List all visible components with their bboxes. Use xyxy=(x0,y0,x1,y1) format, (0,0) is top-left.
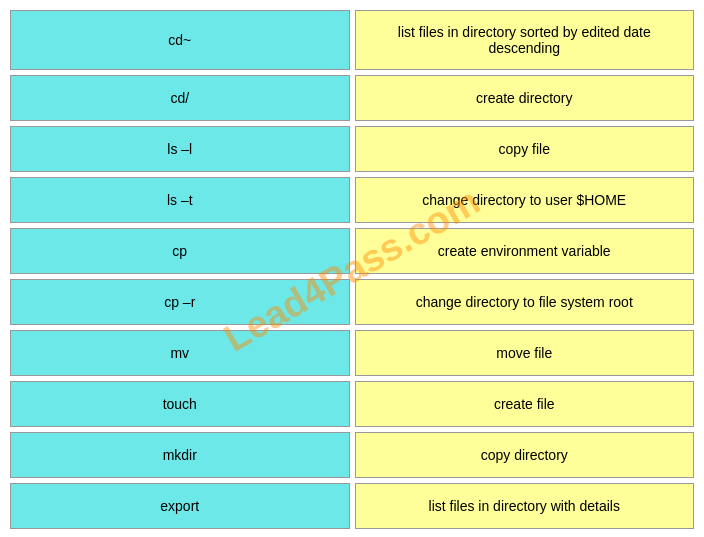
description-cell: move file xyxy=(355,330,695,376)
command-cell: mkdir xyxy=(10,432,350,478)
description-cell: list files in directory with details xyxy=(355,483,695,529)
description-cell: change directory to user $HOME xyxy=(355,177,695,223)
command-cell: ls –t xyxy=(10,177,350,223)
command-cell: mv xyxy=(10,330,350,376)
command-cell: ls –l xyxy=(10,126,350,172)
command-cell: cd~ xyxy=(10,10,350,70)
description-cell: create environment variable xyxy=(355,228,695,274)
command-cell: touch xyxy=(10,381,350,427)
description-cell: change directory to file system root xyxy=(355,279,695,325)
description-cell: create file xyxy=(355,381,695,427)
command-cell: cp –r xyxy=(10,279,350,325)
description-cell: copy file xyxy=(355,126,695,172)
description-cell: list files in directory sorted by edited… xyxy=(355,10,695,70)
description-cell: create directory xyxy=(355,75,695,121)
command-cell: cd/ xyxy=(10,75,350,121)
main-container: Lead4Pass.com cd~list files in directory… xyxy=(0,0,704,537)
description-cell: copy directory xyxy=(355,432,695,478)
command-grid: cd~list files in directory sorted by edi… xyxy=(10,10,694,529)
command-cell: cp xyxy=(10,228,350,274)
command-cell: export xyxy=(10,483,350,529)
